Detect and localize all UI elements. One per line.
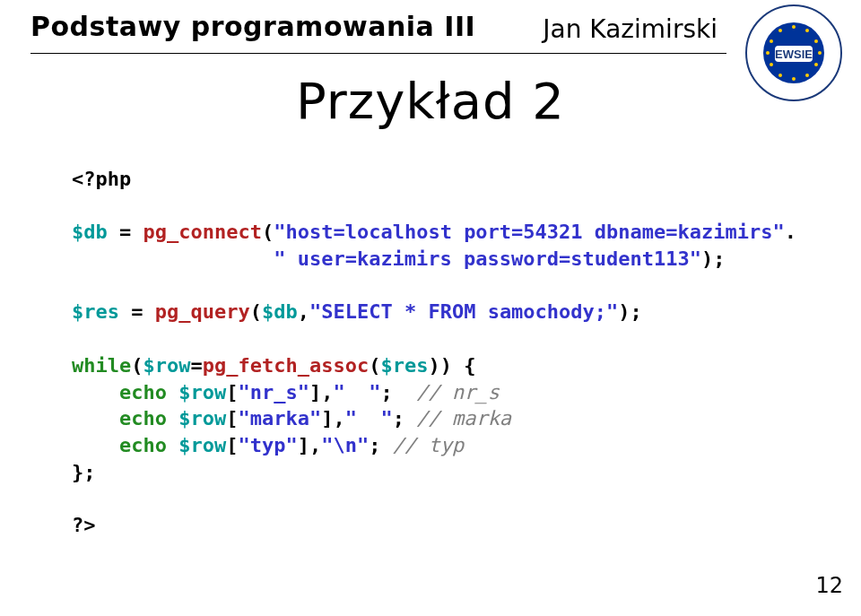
code-l6-cm: // nr_s xyxy=(416,381,500,403)
code-l7-b2: ], xyxy=(321,407,345,429)
code-l7-sp: " " xyxy=(345,407,393,429)
code-l7-b1: [ xyxy=(226,407,238,429)
svg-point-12 xyxy=(770,39,773,43)
code-l7-var: $row xyxy=(178,407,226,429)
code-l8-key: "typ" xyxy=(238,434,297,456)
code-l2-fn: pg_connect xyxy=(144,221,262,243)
code-l2-p1: ( xyxy=(262,221,274,243)
svg-point-10 xyxy=(770,63,773,66)
code-l8-b2: ], xyxy=(298,434,322,456)
svg-point-8 xyxy=(792,77,796,81)
code-l5-kw: while xyxy=(72,354,131,377)
code-l3-pad xyxy=(72,247,274,270)
svg-point-13 xyxy=(778,29,782,32)
code-l5-end: )) { xyxy=(428,354,475,377)
code-l4-eq: = xyxy=(119,300,155,323)
code-l4-fn: pg_query xyxy=(155,300,250,323)
code-l5-p2: ( xyxy=(369,354,380,377)
svg-point-7 xyxy=(805,74,809,77)
code-l3-str: " user=kazimirs password=student113" xyxy=(274,247,701,270)
code-l6-var: $row xyxy=(178,381,226,403)
code-l4-p1: ( xyxy=(250,300,262,323)
code-l4-str: "SELECT * FROM samochody;" xyxy=(309,300,618,323)
code-l8-b1: [ xyxy=(226,434,238,456)
page-number: 12 xyxy=(815,573,843,598)
code-l5-arg: $res xyxy=(380,354,428,377)
code-l8-cm: // typ xyxy=(393,434,464,456)
code-l7-key: "marka" xyxy=(238,407,321,429)
svg-point-11 xyxy=(766,51,770,55)
header-row: Podstawy programowania III Jan Kazimirsk… xyxy=(0,0,861,44)
svg-point-3 xyxy=(805,29,809,32)
code-l2-eq: = xyxy=(108,221,144,243)
code-l6-b1: [ xyxy=(226,381,238,403)
svg-point-5 xyxy=(818,51,822,55)
code-l8-var: $row xyxy=(178,434,226,456)
code-l6-b2: ], xyxy=(309,381,334,403)
code-l8-nl: "\n" xyxy=(321,434,369,456)
code-l5-eq: = xyxy=(190,354,202,377)
svg-point-9 xyxy=(778,74,782,77)
logo-text: EWSIE xyxy=(775,48,813,61)
slide: Podstawy programowania III Jan Kazimirsk… xyxy=(0,0,861,616)
code-l4-arg1: $db xyxy=(262,300,298,323)
code-l7-sc: ; xyxy=(393,407,417,429)
divider xyxy=(30,53,726,54)
code-l10: ?> xyxy=(72,514,96,536)
code-l4-end: ); xyxy=(618,300,642,323)
svg-point-2 xyxy=(792,25,796,29)
code-l8-echo: echo xyxy=(72,434,178,456)
code-l6-sc: ; xyxy=(380,381,416,403)
code-l2-str: "host=localhost port=54321 dbname=kazimi… xyxy=(274,221,785,243)
code-l4-var: $res xyxy=(72,300,119,323)
code-block: <?php $db = pg_connect("host=localhost p… xyxy=(72,166,834,539)
code-l6-key: "nr_s" xyxy=(238,381,309,403)
code-l6-sp: " " xyxy=(333,381,380,403)
code-l1: <?php xyxy=(72,168,131,190)
code-l5-p1: ( xyxy=(131,354,143,377)
code-l2-var: $db xyxy=(72,221,108,243)
code-l3-end: ); xyxy=(701,247,726,270)
slide-title: Przykład 2 xyxy=(0,72,861,130)
code-l9: }; xyxy=(72,461,96,483)
author-name: Jan Kazimirski xyxy=(543,14,718,44)
svg-point-6 xyxy=(814,63,818,66)
code-l6-echo: echo xyxy=(72,381,178,403)
code-l5-var: $row xyxy=(143,354,190,377)
code-l7-cm: // marka xyxy=(416,407,511,429)
code-l7-echo: echo xyxy=(72,407,178,429)
code-l8-sc: ; xyxy=(369,434,393,456)
ewsie-logo: EWSIE xyxy=(744,4,843,102)
svg-point-4 xyxy=(814,39,818,43)
course-title: Podstawy programowania III xyxy=(30,11,475,42)
code-l4-c: , xyxy=(298,300,309,323)
code-l5-fn: pg_fetch_assoc xyxy=(203,354,369,377)
code-l2-dot: . xyxy=(785,221,796,243)
